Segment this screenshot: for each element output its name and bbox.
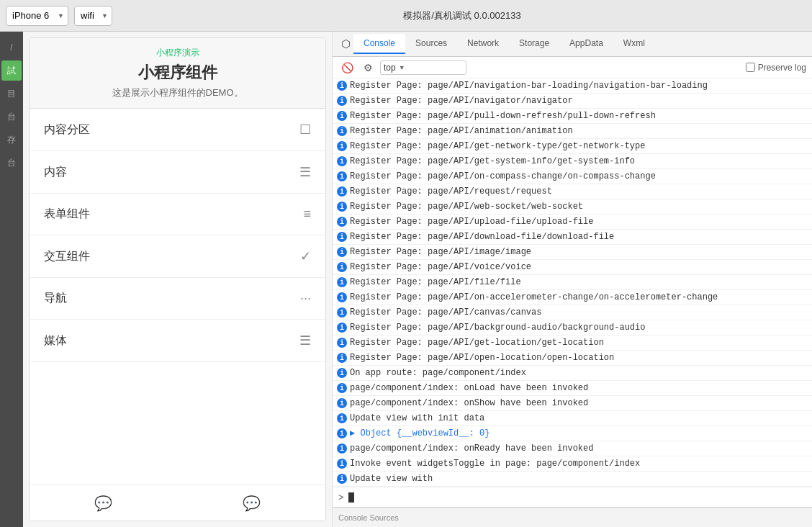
sidebar-icon-4[interactable]: 台	[1, 107, 22, 127]
log-line: i Register Page: page/API/image/image	[333, 245, 812, 260]
menu-icon-3: ✓	[300, 248, 311, 264]
log-line: i Register Page: page/API/canvas/canvas	[333, 305, 812, 320]
log-text: On app route: page/component/index	[350, 366, 806, 379]
filter-btn[interactable]: ⚙	[361, 60, 376, 75]
menu-label-0: 内容分区	[44, 122, 90, 138]
bottom-icon-right[interactable]: 💬	[243, 495, 261, 512]
phone-subtitle: 小程序演示	[41, 47, 314, 59]
top-bar-title: 模拟器/真机调试 0.0.002133	[118, 9, 806, 22]
preserve-log-label: Preserve log	[758, 63, 806, 73]
log-line: i page/component/index: onReady have bee…	[333, 441, 812, 456]
log-text: Register Page: page/API/get-system-info/…	[350, 155, 806, 168]
menu-label-5: 媒体	[44, 333, 67, 348]
menu-item-5[interactable]: 媒体 ☰	[30, 320, 325, 362]
sidebar-icon-6[interactable]: 台	[1, 153, 22, 173]
log-line: i Register Page: page/API/animation/anim…	[333, 124, 812, 139]
menu-item-3[interactable]: 交互组件 ✓	[30, 235, 325, 278]
menu-label-2: 表单组件	[44, 207, 90, 222]
log-info-icon: i	[337, 307, 347, 317]
log-info-icon: i	[337, 428, 347, 438]
log-text: page/component/index: onLoad have been i…	[350, 382, 806, 395]
log-text: Register Page: page/API/pull-down-refres…	[350, 109, 806, 122]
log-line: i Register Page: page/API/get-location/g…	[333, 335, 812, 351]
console-input-line[interactable]: >	[333, 487, 812, 507]
log-text-object: ▶ Object {__webviewId__: 0}	[350, 427, 806, 440]
log-line: i Register Page: page/API/get-system-inf…	[333, 154, 812, 169]
menu-item-2[interactable]: 表单组件 ≡	[30, 194, 325, 235]
menu-item-0[interactable]: 内容分区 ☐	[30, 109, 325, 151]
console-output[interactable]: i Register Page: page/API/navigation-bar…	[333, 78, 812, 487]
devtools-inspect-btn[interactable]: ⬡	[338, 36, 353, 52]
log-text: Register Page: page/API/image/image	[350, 246, 806, 258]
log-text: Register Page: page/API/background-audio…	[350, 321, 806, 334]
log-info-icon: i	[337, 232, 347, 242]
log-line: i Register Page: page/API/navigator/navi…	[333, 94, 812, 109]
log-line: i Register Page: page/API/pull-down-refr…	[333, 109, 812, 124]
log-info-icon: i	[337, 443, 347, 454]
sidebar-icon-5[interactable]: 存	[1, 130, 22, 150]
log-line-expand[interactable]: i ▶ Object {__webviewId__: 0}	[333, 426, 812, 441]
tab-network[interactable]: Network	[457, 34, 509, 54]
log-line: i Register Page: page/API/request/reques…	[333, 184, 812, 199]
devtools-panel: ⬡ Console Sources Network Storage AppDat…	[333, 32, 812, 527]
log-info-icon: i	[337, 474, 347, 484]
device-selector-wrapper[interactable]: iPhone 6 iPhone 5 iPhone X	[6, 6, 68, 26]
sidebar-icon-3[interactable]: 目	[1, 84, 22, 104]
log-line: i Register Page: page/API/navigation-bar…	[333, 78, 812, 94]
clear-console-btn[interactable]: 🚫	[338, 60, 356, 75]
log-info-icon: i	[337, 81, 347, 91]
log-text: Register Page: page/API/upload-file/uplo…	[350, 215, 806, 228]
tab-storage[interactable]: Storage	[509, 34, 559, 54]
log-text: page/component/index: onReady have been …	[350, 442, 806, 455]
tab-sources[interactable]: Sources	[405, 34, 457, 54]
log-info-icon: i	[337, 247, 347, 257]
main-layout: / 試 目 台 存 台 小程序演示 小程序组件 这是展示小程序组件的DEMO。 …	[0, 32, 812, 527]
tab-wxml[interactable]: Wxml	[613, 34, 655, 54]
tab-appdata[interactable]: AppData	[559, 34, 613, 54]
log-info-icon: i	[337, 277, 347, 287]
menu-item-4[interactable]: 导航 ···	[30, 278, 325, 320]
log-info-icon: i	[337, 202, 347, 212]
menu-icon-2: ≡	[303, 207, 311, 222]
phone-bottom-bar: 💬 💬	[30, 485, 325, 521]
log-text: Register Page: page/API/animation/animat…	[350, 125, 806, 138]
log-text: Register Page: page/API/open-location/op…	[350, 351, 806, 364]
log-text: Register Page: page/API/navigation-bar-l…	[350, 79, 806, 92]
log-line: i Register Page: page/API/on-compass-cha…	[333, 169, 812, 184]
log-info-icon: i	[337, 368, 347, 378]
log-line: i Register Page: page/API/background-aud…	[333, 320, 812, 335]
devtools-tabs-bar: ⬡ Console Sources Network Storage AppDat…	[333, 32, 812, 57]
log-text: Register Page: page/API/canvas/canvas	[350, 306, 806, 319]
log-line: i Invoke event widgetsToggle in page: pa…	[333, 456, 812, 472]
log-info-icon: i	[337, 338, 347, 348]
console-prompt: >	[338, 492, 344, 503]
preserve-log-checkbox[interactable]	[746, 63, 755, 72]
log-line: i page/component/index: onLoad have been…	[333, 381, 812, 396]
device-select[interactable]: iPhone 6 iPhone 5 iPhone X	[6, 6, 68, 26]
log-text: Register Page: page/API/navigator/naviga…	[350, 94, 806, 107]
log-info-icon: i	[337, 459, 347, 469]
filter-dropdown-arrow: ▼	[399, 64, 405, 71]
menu-item-1[interactable]: 内容 ☰	[30, 151, 325, 194]
sidebar-icon-2[interactable]: 試	[1, 60, 22, 81]
menu-label-1: 内容	[44, 165, 67, 180]
preserve-log-wrapper: Preserve log	[746, 63, 806, 73]
devtools-icon-area: ⬡	[338, 36, 353, 52]
log-text: Register Page: page/API/file/file	[350, 276, 806, 289]
phone-area: 小程序演示 小程序组件 这是展示小程序组件的DEMO。 内容分区 ☐ 内容 ☰ …	[23, 32, 333, 527]
bottom-icon-left[interactable]: 💬	[94, 495, 112, 512]
phone-header: 小程序演示 小程序组件 这是展示小程序组件的DEMO。	[30, 38, 325, 109]
phone-desc: 这是展示小程序组件的DEMO。	[41, 86, 314, 99]
log-line: i Register Page: page/API/voice/voice	[333, 260, 812, 275]
log-text: page/component/index: onShow have been i…	[350, 397, 806, 410]
network-select[interactable]: wifi 4G 3G	[74, 6, 112, 26]
network-selector-wrapper[interactable]: wifi 4G 3G	[74, 6, 112, 26]
log-line: i On app route: page/component/index	[333, 366, 812, 381]
filter-dropdown-wrapper[interactable]: top ▼	[380, 60, 466, 75]
log-line: i Register Page: page/API/on-acceleromet…	[333, 290, 812, 305]
log-line: i Update view with init data	[333, 411, 812, 426]
log-info-icon: i	[337, 262, 347, 272]
sidebar-icon-1[interactable]: /	[1, 37, 22, 58]
log-info-icon: i	[337, 141, 347, 151]
tab-console[interactable]: Console	[353, 34, 405, 54]
